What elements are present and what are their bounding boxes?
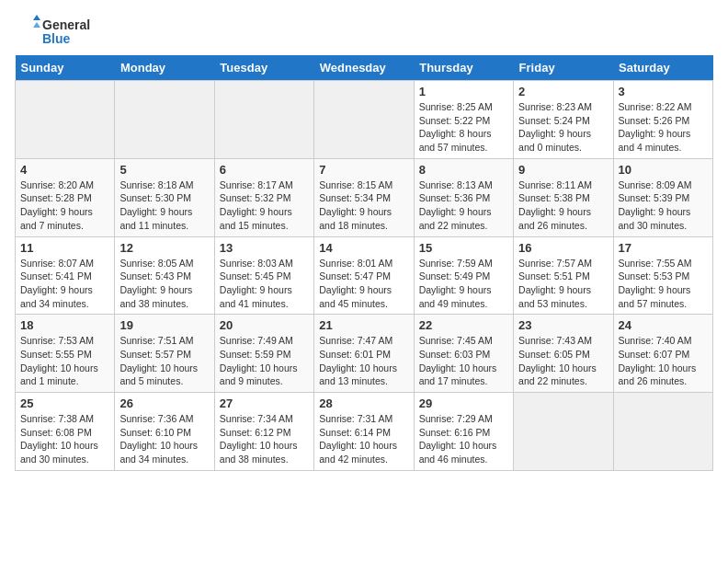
calendar-cell: 11Sunrise: 8:07 AM Sunset: 5:41 PM Dayli…: [16, 236, 115, 315]
day-number: 9: [518, 163, 608, 177]
week-row-1: 1Sunrise: 8:25 AM Sunset: 5:22 PM Daylig…: [16, 81, 713, 159]
day-info: Sunrise: 8:07 AM Sunset: 5:41 PM Dayligh…: [20, 257, 109, 311]
svg-marker-3: [33, 15, 40, 20]
calendar-cell: [115, 81, 214, 159]
day-info: Sunrise: 7:45 AM Sunset: 6:03 PM Dayligh…: [419, 334, 508, 388]
day-number: 24: [619, 318, 708, 332]
calendar-cell: [16, 81, 115, 159]
week-row-5: 25Sunrise: 7:38 AM Sunset: 6:08 PM Dayli…: [16, 393, 713, 471]
calendar-cell: 1Sunrise: 8:25 AM Sunset: 5:22 PM Daylig…: [414, 81, 513, 159]
weekday-header-friday: Friday: [514, 55, 613, 81]
day-info: Sunrise: 8:09 AM Sunset: 5:39 PM Dayligh…: [619, 178, 708, 233]
day-info: Sunrise: 8:25 AM Sunset: 5:22 PM Dayligh…: [419, 100, 508, 155]
day-number: 11: [20, 241, 109, 255]
logo-svg: General Blue: [15, 15, 97, 48]
weekday-header-tuesday: Tuesday: [214, 55, 313, 81]
calendar-cell: 22Sunrise: 7:45 AM Sunset: 6:03 PM Dayli…: [414, 315, 513, 393]
calendar-cell: 9Sunrise: 8:11 AM Sunset: 5:38 PM Daylig…: [514, 158, 613, 236]
weekday-header-wednesday: Wednesday: [314, 55, 414, 81]
calendar-cell: 20Sunrise: 7:49 AM Sunset: 5:59 PM Dayli…: [214, 315, 313, 393]
day-number: 7: [319, 163, 408, 177]
day-number: 16: [518, 241, 608, 255]
calendar-cell: 13Sunrise: 8:03 AM Sunset: 5:45 PM Dayli…: [214, 236, 313, 315]
day-info: Sunrise: 8:18 AM Sunset: 5:30 PM Dayligh…: [119, 178, 209, 233]
day-number: 3: [619, 85, 708, 98]
calendar-cell: 7Sunrise: 8:15 AM Sunset: 5:34 PM Daylig…: [314, 158, 414, 236]
day-info: Sunrise: 8:17 AM Sunset: 5:32 PM Dayligh…: [220, 178, 309, 233]
svg-marker-4: [33, 22, 40, 28]
calendar-cell: 15Sunrise: 7:59 AM Sunset: 5:49 PM Dayli…: [414, 236, 513, 315]
calendar-cell: 29Sunrise: 7:29 AM Sunset: 6:16 PM Dayli…: [414, 393, 513, 471]
day-info: Sunrise: 7:49 AM Sunset: 5:59 PM Dayligh…: [220, 334, 309, 388]
day-info: Sunrise: 7:38 AM Sunset: 6:08 PM Dayligh…: [20, 412, 109, 466]
day-number: 1: [419, 85, 508, 98]
day-number: 5: [119, 163, 209, 177]
day-info: Sunrise: 7:53 AM Sunset: 5:55 PM Dayligh…: [20, 334, 109, 388]
day-info: Sunrise: 8:01 AM Sunset: 5:47 PM Dayligh…: [319, 257, 408, 311]
day-info: Sunrise: 7:31 AM Sunset: 6:14 PM Dayligh…: [319, 412, 408, 466]
calendar-cell: 26Sunrise: 7:36 AM Sunset: 6:10 PM Dayli…: [115, 393, 214, 471]
logo: General Blue: [15, 15, 97, 48]
page-header: General Blue: [15, 15, 713, 48]
day-info: Sunrise: 7:40 AM Sunset: 6:07 PM Dayligh…: [619, 334, 708, 388]
day-number: 26: [119, 396, 209, 410]
day-number: 22: [419, 318, 508, 332]
day-info: Sunrise: 7:29 AM Sunset: 6:16 PM Dayligh…: [419, 412, 508, 466]
calendar-cell: 18Sunrise: 7:53 AM Sunset: 5:55 PM Dayli…: [16, 315, 115, 393]
calendar-cell: 5Sunrise: 8:18 AM Sunset: 5:30 PM Daylig…: [115, 158, 214, 236]
day-number: 20: [220, 318, 309, 332]
day-number: 10: [619, 163, 708, 177]
calendar-cell: 6Sunrise: 8:17 AM Sunset: 5:32 PM Daylig…: [214, 158, 313, 236]
day-info: Sunrise: 7:34 AM Sunset: 6:12 PM Dayligh…: [220, 412, 309, 466]
day-info: Sunrise: 8:23 AM Sunset: 5:24 PM Dayligh…: [518, 100, 608, 155]
calendar-cell: 25Sunrise: 7:38 AM Sunset: 6:08 PM Dayli…: [16, 393, 115, 471]
day-info: Sunrise: 7:43 AM Sunset: 6:05 PM Dayligh…: [518, 334, 608, 388]
svg-text:Blue: Blue: [42, 31, 71, 46]
calendar-cell: 2Sunrise: 8:23 AM Sunset: 5:24 PM Daylig…: [514, 81, 613, 159]
day-info: Sunrise: 7:55 AM Sunset: 5:53 PM Dayligh…: [619, 257, 708, 311]
day-info: Sunrise: 8:15 AM Sunset: 5:34 PM Dayligh…: [319, 178, 408, 233]
day-number: 12: [119, 241, 209, 255]
day-number: 27: [220, 396, 309, 410]
calendar-cell: [514, 393, 613, 471]
day-info: Sunrise: 7:57 AM Sunset: 5:51 PM Dayligh…: [518, 257, 608, 311]
day-info: Sunrise: 8:20 AM Sunset: 5:28 PM Dayligh…: [20, 178, 109, 233]
day-number: 18: [20, 318, 109, 332]
day-info: Sunrise: 7:36 AM Sunset: 6:10 PM Dayligh…: [119, 412, 209, 466]
weekday-header-row: SundayMondayTuesdayWednesdayThursdayFrid…: [16, 55, 713, 81]
day-info: Sunrise: 8:05 AM Sunset: 5:43 PM Dayligh…: [119, 257, 209, 311]
day-number: 23: [518, 318, 608, 332]
calendar-cell: 12Sunrise: 8:05 AM Sunset: 5:43 PM Dayli…: [115, 236, 214, 315]
day-number: 14: [319, 241, 408, 255]
svg-text:General: General: [42, 17, 90, 32]
calendar-cell: [214, 81, 313, 159]
weekday-header-thursday: Thursday: [414, 55, 513, 81]
day-number: 2: [518, 85, 608, 98]
calendar-cell: 3Sunrise: 8:22 AM Sunset: 5:26 PM Daylig…: [613, 81, 712, 159]
weekday-header-saturday: Saturday: [613, 55, 712, 81]
calendar-cell: 21Sunrise: 7:47 AM Sunset: 6:01 PM Dayli…: [314, 315, 414, 393]
day-number: 6: [220, 163, 309, 177]
calendar-cell: 4Sunrise: 8:20 AM Sunset: 5:28 PM Daylig…: [16, 158, 115, 236]
weekday-header-sunday: Sunday: [16, 55, 115, 81]
day-number: 29: [419, 396, 508, 410]
day-number: 21: [319, 318, 408, 332]
day-number: 28: [319, 396, 408, 410]
calendar-table: SundayMondayTuesdayWednesdayThursdayFrid…: [15, 55, 713, 471]
day-number: 8: [419, 163, 508, 177]
day-number: 13: [220, 241, 309, 255]
calendar-cell: 28Sunrise: 7:31 AM Sunset: 6:14 PM Dayli…: [314, 393, 414, 471]
day-info: Sunrise: 7:51 AM Sunset: 5:57 PM Dayligh…: [119, 334, 209, 388]
week-row-3: 11Sunrise: 8:07 AM Sunset: 5:41 PM Dayli…: [16, 236, 713, 315]
day-info: Sunrise: 8:11 AM Sunset: 5:38 PM Dayligh…: [518, 178, 608, 233]
weekday-header-monday: Monday: [115, 55, 214, 81]
calendar-cell: 23Sunrise: 7:43 AM Sunset: 6:05 PM Dayli…: [514, 315, 613, 393]
day-info: Sunrise: 8:03 AM Sunset: 5:45 PM Dayligh…: [220, 257, 309, 311]
calendar-cell: 17Sunrise: 7:55 AM Sunset: 5:53 PM Dayli…: [613, 236, 712, 315]
week-row-2: 4Sunrise: 8:20 AM Sunset: 5:28 PM Daylig…: [16, 158, 713, 236]
calendar-cell: [613, 393, 712, 471]
calendar-cell: 24Sunrise: 7:40 AM Sunset: 6:07 PM Dayli…: [613, 315, 712, 393]
calendar-cell: 27Sunrise: 7:34 AM Sunset: 6:12 PM Dayli…: [214, 393, 313, 471]
day-info: Sunrise: 7:47 AM Sunset: 6:01 PM Dayligh…: [319, 334, 408, 388]
calendar-cell: 10Sunrise: 8:09 AM Sunset: 5:39 PM Dayli…: [613, 158, 712, 236]
